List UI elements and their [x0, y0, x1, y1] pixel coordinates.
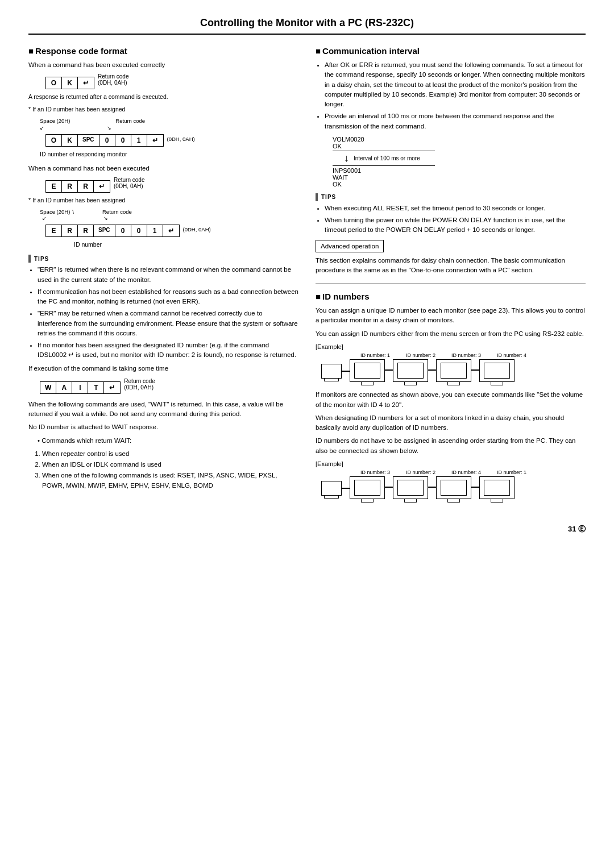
wait-w: W: [40, 382, 56, 393]
wait-return-hex: (0DH, 0AH): [124, 384, 155, 391]
monitor4-base1: [491, 382, 503, 385]
id-numbers-title: ID numbers: [316, 292, 586, 301]
monitor-chain-1: ID number: 1 ID number: 2 ID number: 3 I…: [321, 352, 586, 385]
ok-return-note: Return code (0DH, 0AH): [98, 73, 128, 86]
space-label2-annot: Space (20H): [40, 209, 70, 215]
wait-return-note: Return code (0DH, 0AH): [124, 378, 155, 391]
adv-op-box: Advanced operation: [316, 240, 384, 252]
err-return-label: Return code: [114, 177, 144, 183]
err-e: E: [46, 181, 62, 192]
arr2-left: ↙: [42, 215, 47, 221]
monitor4-unit2: [479, 476, 515, 502]
if-id-assigned2: * If an ID number has been assigned: [28, 196, 298, 205]
chain-row1: [321, 359, 586, 385]
ok-spc-enter: ↵: [147, 135, 163, 146]
pc-unit1: [321, 364, 342, 381]
monitor4-unit1: [479, 359, 515, 385]
interval-diagram: VOLM0020 OK ↓ Interval of 100 ms or more…: [333, 136, 586, 188]
chain-row2: [321, 476, 586, 502]
chain-conn1: [342, 371, 350, 372]
err-spc-enter: ↵: [163, 225, 179, 236]
err-spc-r2: R: [78, 225, 94, 236]
ok-o-cell: O: [46, 77, 62, 89]
wait-cmd-row: W A I T ↵: [40, 381, 121, 394]
chain-conn4: [471, 369, 479, 371]
wait-return-label: Return code: [124, 378, 155, 384]
chain2-conn1: [342, 488, 350, 489]
id-text2: You can assign ID numbers either from th…: [316, 329, 586, 339]
ok-spc-0b: 0: [115, 135, 131, 146]
wait-label: WAIT: [333, 174, 586, 181]
return-arrow: ↘: [107, 125, 111, 131]
wait-a: A: [56, 382, 72, 393]
err-enter: ↵: [94, 181, 110, 192]
tips-label-right: TIPS: [321, 194, 336, 200]
wait-i: I: [72, 382, 88, 393]
monitor4-inner1: [484, 363, 510, 379]
backslash-sep: \: [72, 209, 74, 215]
arr2-right: ↘: [103, 215, 108, 221]
comm-bullet-2: Provide an interval of 100 ms or more be…: [325, 111, 586, 131]
monitor4-inner2: [484, 480, 510, 496]
when-not-executed: When a command has not been executed: [28, 164, 298, 173]
tips-bar-left: TIPS: [28, 255, 298, 263]
id-label2-3: ID number: 4: [447, 470, 485, 475]
tips-label-left: TIPS: [34, 256, 49, 262]
id-text1: You can assign a unique ID number to eac…: [316, 306, 586, 326]
inps-label: INPS0001: [333, 167, 586, 174]
space-label-annot: Space (20H): [40, 118, 70, 124]
id-monitor-label: ID number of responding monitor: [40, 150, 298, 159]
tip-item-2: If communication has not been establishe…: [38, 287, 298, 307]
wait-reasons-list: When repeater control is used When an ID…: [42, 449, 298, 491]
monitor2-screen1: [393, 359, 428, 382]
err-spc-diagram: E R R SPC 0 0 1 ↵ (0DH, 0AH): [34, 221, 298, 238]
chain2-conn2: [385, 487, 393, 488]
example2-label: [Example]: [316, 459, 586, 469]
example1-label: [Example]: [316, 342, 586, 352]
designating-text: When designating ID numbers for a set of…: [316, 413, 586, 433]
adv-op-text: This section explains commands for daisy…: [316, 256, 586, 276]
id-label2-4: ID number: 1: [493, 470, 530, 475]
err-spc-r1: R: [62, 225, 78, 236]
return-code-hex3-label: (0DH, 0AH): [183, 226, 211, 232]
tip-item-1: "ERR" is returned when there is no relev…: [38, 265, 298, 285]
tips-indicator-right: [316, 193, 318, 201]
id-order-text: ID numbers do not have to be assigned in…: [316, 436, 586, 456]
err-spc-e: E: [46, 225, 62, 236]
chain-conn3: [428, 369, 436, 371]
monitor2-inner2: [397, 480, 424, 496]
monitor3-inner2: [441, 480, 467, 496]
pc-base: [324, 379, 339, 381]
err-spc-1: 1: [147, 225, 163, 236]
ok1-label: OK: [333, 143, 586, 149]
ok2-label: OK: [333, 181, 586, 188]
tips-list-right: When executing ALL RESET, set the timeou…: [325, 203, 586, 235]
ok-spc-o: O: [46, 135, 62, 146]
ok-spc-k: K: [62, 135, 78, 146]
chain2-conn3: [428, 487, 436, 488]
volm-label: VOLM0020: [333, 136, 586, 143]
ok-spc-1: 1: [131, 135, 147, 146]
err-cmd-diagram: E R R ↵ Return code (0DH, 0AH): [34, 177, 298, 194]
interval-line-top: [333, 151, 435, 151]
err-spc-0b: 0: [131, 225, 147, 236]
tip-right-2: When turning the power on while the POWE…: [325, 215, 586, 235]
interval-arrow: ↓ Interval of 100 ms or more: [333, 152, 586, 164]
response-code-title: Response code format: [28, 46, 298, 56]
monitor2-unit2: [393, 476, 428, 502]
monitor2-screen2: [393, 476, 428, 499]
commands-return-wait-label: • Commands which return WAIT:: [38, 436, 298, 446]
monitor1-unit2: [350, 476, 385, 502]
when-wait-text: When the following commands are used, "W…: [28, 400, 298, 420]
tip-item-4: If no monitor has been assigned the desi…: [38, 340, 298, 360]
return-code-annot: Return code: [115, 118, 145, 124]
monitor1-unit1: [350, 359, 385, 385]
monitor4-base2: [491, 499, 503, 502]
id-labels-row1: ID number: 1 ID number: 2 ID number: 3 I…: [321, 352, 586, 358]
err-cmd-row: E R R ↵: [45, 180, 110, 193]
ok-spc-spc: SPC: [78, 135, 99, 146]
monitor3-base1: [447, 382, 460, 385]
wait-t: T: [88, 382, 104, 393]
monitor3-unit2: [436, 476, 471, 502]
err-spc-0a: 0: [115, 225, 131, 236]
